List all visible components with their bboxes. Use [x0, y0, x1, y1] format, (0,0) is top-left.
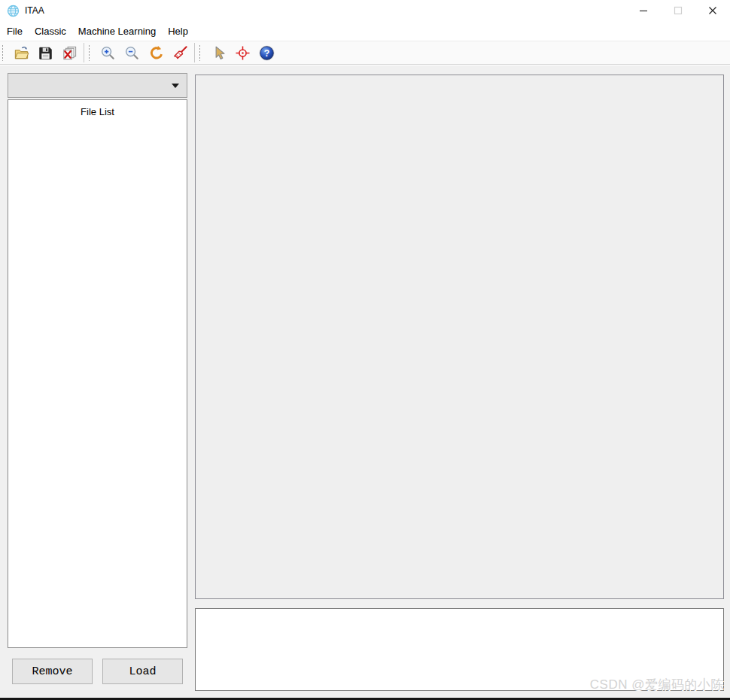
watermark-text: CSDN @爱编码的小陈: [590, 676, 724, 693]
crosshair-tool-button[interactable]: [232, 42, 253, 63]
globe-icon: [7, 5, 20, 17]
maximize-icon: [674, 6, 683, 15]
help-icon: ?: [258, 44, 275, 62]
pointer-tool-button[interactable]: [208, 42, 229, 63]
dataset-combobox[interactable]: [8, 73, 187, 98]
reset-view-button[interactable]: [145, 42, 166, 63]
reset-view-icon: [148, 44, 165, 62]
zoom-out-icon: [123, 44, 141, 62]
close-images-button[interactable]: [59, 42, 80, 63]
file-list-title: File List: [8, 100, 187, 117]
menu-classic[interactable]: Classic: [29, 23, 72, 40]
zoom-out-button[interactable]: [121, 42, 142, 63]
toolbar-separator: [84, 43, 84, 62]
pointer-tool-icon: [210, 44, 227, 62]
svg-text:?: ?: [263, 47, 269, 58]
toolbar-group-tools: ?: [197, 41, 278, 64]
window-controls: [626, 0, 730, 21]
file-list-panel[interactable]: File List: [8, 99, 187, 648]
menu-machine-learning[interactable]: Machine Learning: [72, 23, 162, 40]
toolbar-grip[interactable]: [88, 44, 90, 61]
zoom-in-icon: [99, 44, 117, 62]
menu-file[interactable]: File: [1, 23, 29, 40]
image-display-panel[interactable]: [195, 75, 724, 599]
remove-button[interactable]: Remove: [12, 659, 93, 684]
close-icon: [708, 6, 717, 15]
load-button[interactable]: Load: [102, 659, 183, 684]
toolbar-grip[interactable]: [199, 44, 201, 61]
zoom-in-button[interactable]: [97, 42, 118, 63]
toolbar-group-file: [0, 41, 81, 64]
save-icon: [37, 44, 54, 62]
maximize-button[interactable]: [661, 0, 695, 21]
close-button[interactable]: [695, 0, 730, 21]
minimize-button[interactable]: [626, 0, 661, 21]
clear-brush-icon: [172, 44, 189, 62]
window-title: ITAA: [25, 5, 44, 16]
menu-help[interactable]: Help: [162, 23, 194, 40]
open-file-icon: [13, 44, 30, 62]
open-file-button[interactable]: [11, 42, 32, 63]
chevron-down-icon: [172, 84, 179, 88]
crosshair-tool-icon: [234, 44, 251, 62]
clear-brush-button[interactable]: [169, 42, 190, 63]
toolbar-separator: [194, 43, 195, 62]
app-window: ITAA File Classic Machine Learning Help: [0, 0, 730, 700]
help-button[interactable]: ?: [256, 42, 277, 63]
title-bar: ITAA: [0, 0, 730, 21]
toolbar: ?: [0, 41, 730, 65]
toolbar-group-view: [87, 41, 192, 64]
client-area: File List Remove Load CSDN @爱编码的小陈: [0, 65, 730, 700]
minimize-icon: [639, 6, 648, 15]
menu-bar: File Classic Machine Learning Help: [0, 21, 730, 41]
save-button[interactable]: [35, 42, 56, 63]
close-images-icon: [61, 44, 78, 62]
toolbar-grip[interactable]: [2, 44, 4, 61]
